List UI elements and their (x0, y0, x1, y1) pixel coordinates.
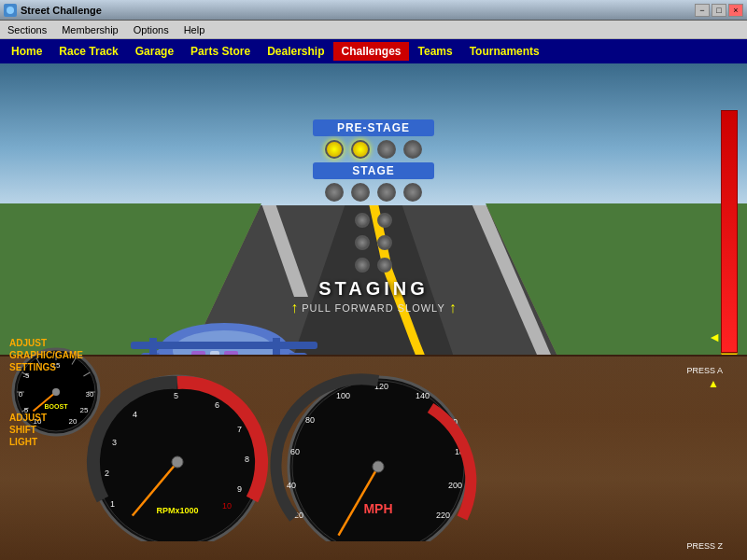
nav-home[interactable]: Home (4, 42, 49, 61)
stage-light-4 (403, 183, 422, 202)
svg-text:20: 20 (69, 417, 78, 426)
adjust-shift-label: ADJUST SHIFT LIGHT (9, 412, 47, 448)
pre-stage-light-1 (325, 140, 344, 159)
speed-gauge: 20 40 60 80 100 120 140 160 180 200 220 … (266, 369, 490, 541)
nav-tournaments[interactable]: Tournaments (462, 42, 547, 61)
press-a-arrow: ▲ (708, 377, 719, 390)
staging-text: STAGING ↑ PULL FORWARD SLOWLY ↑ (290, 278, 456, 316)
svg-text:BOOST: BOOST (45, 403, 69, 410)
stage-light-1 (325, 183, 344, 202)
menu-options[interactable]: Options (130, 22, 173, 37)
svg-text:5: 5 (174, 391, 178, 400)
light-tree: PRE-STAGE STAGE (313, 119, 434, 273)
rpm-gauge: 1 2 3 4 5 6 7 8 9 10 RPMx1000 (84, 369, 271, 541)
menubar: Sections Membership Options Help (0, 21, 747, 39)
svg-text:8: 8 (245, 455, 249, 464)
svg-text:80: 80 (305, 415, 315, 425)
nav-teams[interactable]: Teams (411, 42, 460, 61)
press-z-label: PRESS Z (686, 541, 723, 551)
svg-text:9: 9 (237, 484, 242, 494)
nav-garage[interactable]: Garage (128, 42, 181, 61)
bar-arrow: ◄ (708, 329, 721, 344)
stage-lights (325, 183, 422, 202)
maximize-button[interactable]: □ (712, 4, 726, 17)
svg-text:10: 10 (222, 501, 232, 511)
svg-point-50 (52, 388, 60, 396)
svg-text:7: 7 (237, 425, 242, 434)
svg-rect-19 (149, 338, 157, 355)
svg-point-65 (172, 456, 183, 468)
svg-text:4: 4 (133, 410, 137, 419)
svg-text:140: 140 (416, 391, 430, 400)
svg-rect-20 (273, 338, 280, 355)
nav-challenges[interactable]: Challenges (333, 42, 408, 61)
close-button[interactable]: × (728, 4, 743, 17)
titlebar-controls: − □ × (695, 4, 743, 17)
svg-text:200: 200 (448, 481, 462, 490)
pre-stage-light-2 (351, 140, 370, 159)
nav-parts-store[interactable]: Parts Store (183, 42, 258, 61)
adjust-graphic-label: ADJUST GRAPHIC/GAME SETTINGS (9, 337, 83, 373)
menu-membership[interactable]: Membership (58, 22, 122, 37)
nav-race-track[interactable]: Race Track (51, 42, 125, 61)
left-labels: ADJUST GRAPHIC/GAME SETTINGS (9, 337, 83, 373)
staging-sub: PULL FORWARD SLOWLY (302, 302, 444, 314)
svg-text:0: 0 (19, 390, 23, 399)
svg-text:3: 3 (112, 438, 117, 447)
svg-text:MPH: MPH (363, 501, 392, 516)
svg-text:6: 6 (215, 400, 219, 410)
vert-bar-red (721, 110, 738, 353)
staging-label: STAGING (290, 278, 456, 300)
countdown-dots (355, 213, 392, 273)
svg-text:1: 1 (110, 499, 115, 509)
pre-stage-lights (325, 140, 422, 159)
nav-dealership[interactable]: Dealership (260, 42, 331, 61)
svg-text:100: 100 (336, 391, 350, 400)
svg-text:RPMx1000: RPMx1000 (156, 506, 198, 515)
minimize-button[interactable]: − (695, 4, 710, 17)
svg-point-0 (7, 7, 14, 14)
stage-light-3 (377, 183, 396, 202)
game-area: PRE-STAGE STAGE STAGING ↑ PULL FORWARD S… (0, 63, 747, 560)
dashboard: 15 -5 0 5 10 20 25 30 BOOST 1 2 3 4 (0, 355, 747, 560)
pre-stage-label: PRE-STAGE (313, 119, 434, 136)
press-a-label: PRESS A (686, 366, 723, 375)
titlebar-left: Street Challenge (4, 4, 102, 17)
svg-point-81 (373, 461, 384, 472)
navbar: Home Race Track Garage Parts Store Deale… (0, 39, 747, 63)
svg-text:220: 220 (436, 511, 450, 520)
app-icon (4, 4, 17, 17)
svg-text:40: 40 (287, 481, 296, 490)
stage-label: STAGE (313, 162, 434, 179)
titlebar-title: Street Challenge (21, 5, 102, 16)
menu-sections[interactable]: Sections (4, 22, 50, 37)
titlebar: Street Challenge − □ × (0, 0, 747, 21)
menu-help[interactable]: Help (180, 22, 209, 37)
pre-stage-light-4 (403, 140, 422, 159)
svg-rect-18 (131, 342, 317, 349)
svg-text:2: 2 (105, 469, 109, 478)
svg-text:60: 60 (290, 447, 300, 456)
stage-light-2 (351, 183, 370, 202)
pre-stage-light-3 (377, 140, 396, 159)
